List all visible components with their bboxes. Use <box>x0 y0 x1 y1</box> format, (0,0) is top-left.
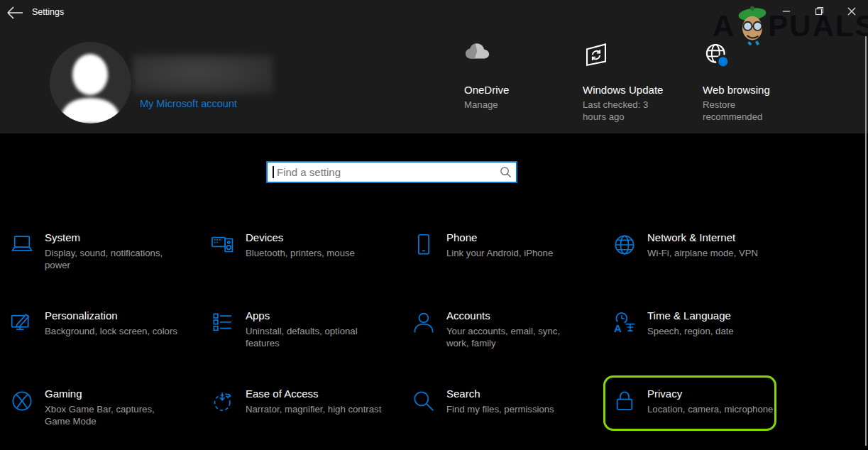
tile-title: Ease of Access <box>246 388 381 400</box>
quick-item-web-browsing[interactable]: Web browsing Restore recommended <box>703 41 816 123</box>
tile-subtitle: Bluetooth, printers, mouse <box>246 247 355 259</box>
tile-privacy[interactable]: Privacy Location, camera, microphone <box>610 388 811 450</box>
apps-icon <box>209 309 236 336</box>
tile-ease-of-access[interactable]: Ease of Access Narrator, magnifier, high… <box>208 388 409 450</box>
quick-item-subtitle[interactable]: Restore recommended <box>703 99 775 123</box>
lock-icon <box>611 388 638 415</box>
tile-title: Privacy <box>647 388 773 400</box>
tile-subtitle: Link your Android, iPhone <box>446 247 553 259</box>
tile-title: System <box>45 231 182 244</box>
quick-item-windows-update[interactable]: Windows Update Last checked: 3 hours ago <box>583 41 696 123</box>
globe-icon <box>611 231 638 258</box>
phone-icon <box>410 231 437 258</box>
accounts-person-icon <box>410 309 437 336</box>
tile-title: Network & Internet <box>647 231 758 244</box>
tile-subtitle: Speech, region, date <box>647 325 734 337</box>
user-name-redacted <box>133 55 273 94</box>
tile-subtitle: Xbox Game Bar, captures, Game Mode <box>45 403 182 427</box>
tile-time-language[interactable]: A Time & Language Speech, region, date <box>610 309 811 388</box>
tile-phone[interactable]: Phone Link your Android, iPhone <box>409 231 610 309</box>
text-caret <box>273 166 274 178</box>
quick-item-subtitle[interactable]: Manage <box>464 99 537 111</box>
tile-devices[interactable]: Devices Bluetooth, printers, mouse <box>208 231 409 309</box>
web-browsing-globe-icon <box>703 41 816 82</box>
close-button[interactable] <box>835 0 868 22</box>
tile-title: Search <box>446 388 554 400</box>
tile-accounts[interactable]: Accounts Your accounts, email, sync, wor… <box>409 309 610 388</box>
tile-title: Personalization <box>45 309 177 322</box>
tile-title: Phone <box>446 231 553 244</box>
tile-title: Gaming <box>45 388 182 400</box>
window-title: Settings <box>32 7 64 17</box>
settings-grid: System Display, sound, notifications, po… <box>7 231 816 450</box>
tile-subtitle: Location, camera, microphone <box>647 403 773 415</box>
tile-system[interactable]: System Display, sound, notifications, po… <box>7 231 208 309</box>
tile-title: Devices <box>246 231 355 244</box>
onedrive-cloud-icon <box>464 41 578 82</box>
search-icon[interactable] <box>500 166 512 178</box>
xbox-icon <box>9 388 35 415</box>
quick-item-subtitle[interactable]: Last checked: 3 hours ago <box>583 99 655 123</box>
minimize-icon <box>782 7 791 16</box>
restore-button[interactable] <box>803 0 835 22</box>
tile-subtitle: Display, sound, notifications, power <box>45 247 182 271</box>
quick-item-onedrive[interactable]: OneDrive Manage <box>464 41 578 111</box>
scrollbar[interactable] <box>865 35 867 446</box>
tile-title: Accounts <box>446 309 584 322</box>
search-input[interactable] <box>266 161 517 183</box>
quick-item-title: Windows Update <box>583 84 696 96</box>
quick-item-title: Web browsing <box>703 84 816 96</box>
tile-subtitle: Uninstall, defaults, optional features <box>246 325 383 349</box>
minimize-button[interactable] <box>770 0 803 22</box>
personalization-icon <box>9 309 35 336</box>
tile-subtitle: Background, lock screen, colors <box>45 325 177 337</box>
mascot-icon <box>732 4 772 45</box>
hero-banner: Settings A PUALS <box>0 0 868 133</box>
tile-network-internet[interactable]: Network & Internet Wi-Fi, airplane mode,… <box>610 231 811 309</box>
system-icon <box>9 231 35 258</box>
tile-subtitle: Your accounts, email, sync, work, family <box>446 325 584 349</box>
windows-update-icon <box>583 41 696 82</box>
tile-title: Time & Language <box>647 309 734 322</box>
tile-gaming[interactable]: Gaming Xbox Game Bar, captures, Game Mod… <box>7 388 208 450</box>
restore-icon <box>815 6 824 16</box>
close-icon <box>847 7 856 16</box>
tile-apps[interactable]: Apps Uninstall, defaults, optional featu… <box>208 309 409 388</box>
svg-text:A: A <box>614 322 622 334</box>
search-box <box>266 161 517 183</box>
tile-subtitle: Narrator, magnifier, high contrast <box>246 403 381 415</box>
back-button[interactable] <box>6 5 27 21</box>
user-avatar[interactable] <box>50 42 131 124</box>
back-arrow-icon <box>6 5 27 21</box>
window-controls <box>770 0 868 22</box>
devices-icon <box>209 231 236 258</box>
time-language-icon: A <box>611 309 638 336</box>
quick-item-title: OneDrive <box>464 84 578 96</box>
tile-title: Apps <box>246 309 383 322</box>
tile-subtitle: Wi-Fi, airplane mode, VPN <box>647 247 758 259</box>
ease-of-access-icon <box>209 388 236 415</box>
tile-personalization[interactable]: Personalization Background, lock screen,… <box>7 309 208 388</box>
tile-search[interactable]: Search Find my files, permissions <box>409 388 610 450</box>
microsoft-account-link[interactable]: My Microsoft account <box>140 98 237 109</box>
magnifier-icon <box>410 388 437 415</box>
tile-subtitle: Find my files, permissions <box>446 403 554 415</box>
